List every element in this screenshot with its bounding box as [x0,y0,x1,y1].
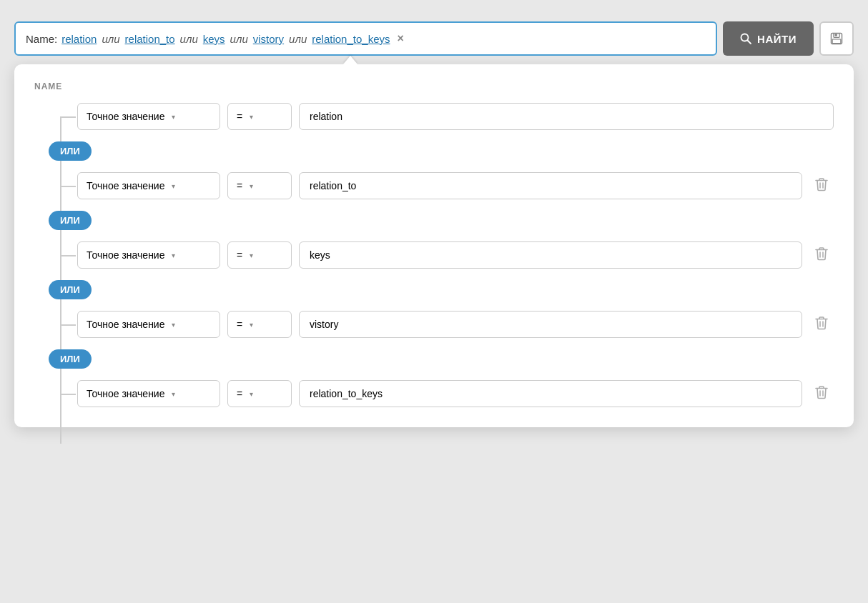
delete-button-4[interactable] [809,313,834,337]
hline-4 [60,324,76,326]
operator-label-4: = [237,319,242,330]
chevron-down-icon-op-1: ▾ [250,113,253,121]
delete-button-2[interactable] [809,174,834,198]
search-prefix: Name: [26,33,57,45]
chevron-down-icon-op-2: ▾ [250,182,253,190]
separator-2: или [180,33,198,45]
or-row-3-wrapper: ИЛИ Точное значение ▾ = ▾ [34,204,834,269]
type-label-3: Точное значение [87,249,164,261]
search-term-5[interactable]: relation_to_keys [312,33,390,45]
chevron-down-icon-4: ▾ [172,321,175,329]
or-badge-5[interactable]: ИЛИ [49,349,92,369]
or-row-5-wrapper: ИЛИ Точное значение ▾ = ▾ [34,342,834,407]
trash-icon-2 [815,177,828,191]
svg-rect-5 [835,34,837,36]
operator-select-5[interactable]: = ▾ [227,380,292,407]
search-bar-row: Name: relation или relation_to или keys … [14,21,854,56]
save-icon [829,31,844,46]
operator-select-2[interactable]: = ▾ [227,172,292,199]
chevron-down-icon-3: ▾ [172,251,175,259]
type-label-5: Точное значение [87,388,164,399]
filter-row-4: Точное значение ▾ = ▾ [34,311,834,338]
or-badge-row-4: ИЛИ [34,273,834,307]
clear-search-button[interactable]: × [398,32,404,45]
operator-label-1: = [237,111,242,122]
trash-icon-5 [815,385,828,399]
filter-row-1: Точное значение ▾ = ▾ [34,103,834,130]
operator-label-5: = [237,388,242,399]
chevron-down-icon-op-5: ▾ [250,390,253,398]
section-label: NAME [34,81,834,91]
or-row-2-wrapper: ИЛИ Точное значение ▾ = ▾ [34,134,834,199]
chevron-down-icon-op-4: ▾ [250,321,253,329]
type-select-3[interactable]: Точное значение ▾ [77,241,220,269]
or-badge-row-3: ИЛИ [34,204,834,237]
operator-select-4[interactable]: = ▾ [227,311,292,338]
value-input-3[interactable] [299,241,802,269]
separator-4: или [289,33,307,45]
type-select-4[interactable]: Точное значение ▾ [77,311,220,338]
type-select-2[interactable]: Точное значение ▾ [77,172,220,199]
search-term-2[interactable]: relation_to [125,33,175,45]
or-badge-2[interactable]: ИЛИ [49,141,92,161]
search-term-3[interactable]: keys [203,33,225,45]
delete-button-3[interactable] [809,244,834,267]
value-input-1[interactable] [299,103,834,130]
value-input-2[interactable] [299,172,802,199]
search-icon [740,33,751,44]
filter-row-5: Точное значение ▾ = ▾ [34,380,834,407]
search-term-4[interactable]: vistory [253,33,284,45]
separator-1: или [102,33,119,45]
save-button[interactable] [819,21,854,56]
filter-row-1-wrapper: Точное значение ▾ = ▾ [34,103,834,130]
hline-5 [60,394,76,395]
search-term-1[interactable]: relation [61,33,97,45]
chevron-down-icon-1: ▾ [172,113,175,121]
chevron-down-icon-2: ▾ [172,182,175,190]
hline-2 [60,186,76,187]
operator-select-1[interactable]: = ▾ [227,103,292,130]
search-input-box[interactable]: Name: relation или relation_to или keys … [14,21,717,56]
type-label-1: Точное значение [87,111,164,122]
delete-button-5[interactable] [809,382,834,406]
filter-panel: NAME Точное значение ▾ = ▾ ИЛИ [14,64,854,427]
or-row-4-wrapper: ИЛИ Точное значение ▾ = ▾ [34,273,834,338]
page-wrapper: Name: relation или relation_to или keys … [14,14,854,603]
hline-1 [60,116,76,118]
operator-select-3[interactable]: = ▾ [227,241,292,269]
trash-icon-3 [815,246,828,261]
trash-icon-4 [815,316,828,330]
type-label-4: Точное значение [87,319,164,330]
value-input-4[interactable] [299,311,802,338]
type-select-1[interactable]: Точное значение ▾ [77,103,220,130]
svg-line-1 [748,41,751,44]
type-select-5[interactable]: Точное значение ▾ [77,380,220,407]
filter-row-2: Точное значение ▾ = ▾ [34,172,834,199]
hline-3 [60,255,76,256]
or-badge-4[interactable]: ИЛИ [49,280,92,299]
search-button-label: НАЙТИ [757,33,797,45]
value-input-5[interactable] [299,380,802,407]
search-button[interactable]: НАЙТИ [723,21,814,56]
filter-row-3: Точное значение ▾ = ▾ [34,241,834,269]
tooltip-arrow [343,56,357,64]
chevron-down-icon-op-3: ▾ [250,251,253,259]
or-badge-3[interactable]: ИЛИ [49,211,92,230]
svg-rect-4 [832,39,841,44]
type-label-2: Точное значение [87,180,164,191]
operator-label-2: = [237,180,242,191]
operator-label-3: = [237,249,242,261]
chevron-down-icon-5: ▾ [172,390,175,398]
separator-3: или [230,33,248,45]
or-badge-row-2: ИЛИ [34,134,834,168]
or-badge-row-5: ИЛИ [34,342,834,376]
